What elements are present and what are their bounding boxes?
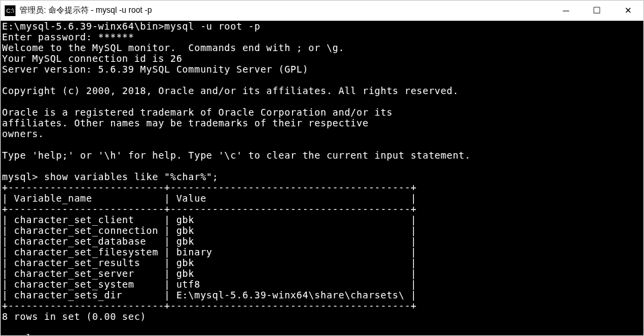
app-icon: C:\	[5, 5, 15, 16]
table-row: | character_set_filesystem | binary |	[2, 247, 417, 257]
welcome-line: Welcome to the MySQL monitor. Commands e…	[2, 42, 345, 53]
table-border-bottom: +--------------------------+------------…	[2, 300, 417, 311]
titlebar[interactable]: C:\ 管理员: 命令提示符 - mysql -u root -p ─ ☐ ✕	[1, 1, 643, 21]
minimize-button[interactable]: ─	[550, 1, 581, 20]
copyright-line: Copyright (c) 2000, 2018, Oracle and/or …	[2, 85, 459, 96]
sql-query: show variables like "%char%";	[38, 171, 219, 182]
password-prompt: Enter password: ******	[2, 32, 134, 42]
window-controls: ─ ☐ ✕	[550, 1, 643, 20]
trademark-line-3: owners.	[2, 128, 44, 139]
connection-id-line: Your MySQL connection id is 26	[2, 53, 182, 64]
mysql-prompt: mysql>	[2, 171, 38, 182]
table-row: | character_set_results | gbk |	[2, 257, 417, 268]
typed-command: mysql -u root -p	[164, 21, 260, 32]
result-summary: 8 rows in set (0.00 sec)	[2, 311, 146, 322]
table-border-top: +--------------------------+------------…	[2, 182, 417, 193]
command-prompt-window: C:\ 管理员: 命令提示符 - mysql -u root -p ─ ☐ ✕ …	[0, 0, 644, 336]
help-line: Type 'help;' or '\h' for help. Type '\c'…	[2, 150, 470, 161]
maximize-button[interactable]: ☐	[581, 1, 612, 20]
table-border-mid: +--------------------------+------------…	[2, 204, 417, 214]
trademark-line-2: affiliates. Other names may be trademark…	[2, 118, 369, 128]
server-version-line: Server version: 5.6.39 MySQL Community S…	[2, 64, 308, 75]
terminal-output[interactable]: E:\mysql-5.6.39-winx64\bin>mysql -u root…	[1, 21, 643, 335]
close-button[interactable]: ✕	[612, 1, 643, 20]
table-row: | character_set_database | gbk |	[2, 236, 417, 247]
table-row: | character_set_system | utf8 |	[2, 279, 417, 290]
table-row: | character_sets_dir | E:\mysql-5.6.39-w…	[2, 290, 417, 300]
prompt-path: E:\mysql-5.6.39-winx64\bin>	[2, 21, 164, 32]
trademark-line-1: Oracle is a registered trademark of Orac…	[2, 107, 392, 118]
table-row: | character_set_client | gbk |	[2, 214, 417, 225]
window-title: 管理员: 命令提示符 - mysql -u root -p	[20, 5, 550, 16]
table-header: | Variable_name | Value |	[2, 193, 417, 204]
mysql-prompt: mysql>	[2, 333, 38, 335]
table-row: | character_set_connection | gbk |	[2, 225, 417, 236]
table-row: | character_set_server | gbk |	[2, 268, 417, 279]
